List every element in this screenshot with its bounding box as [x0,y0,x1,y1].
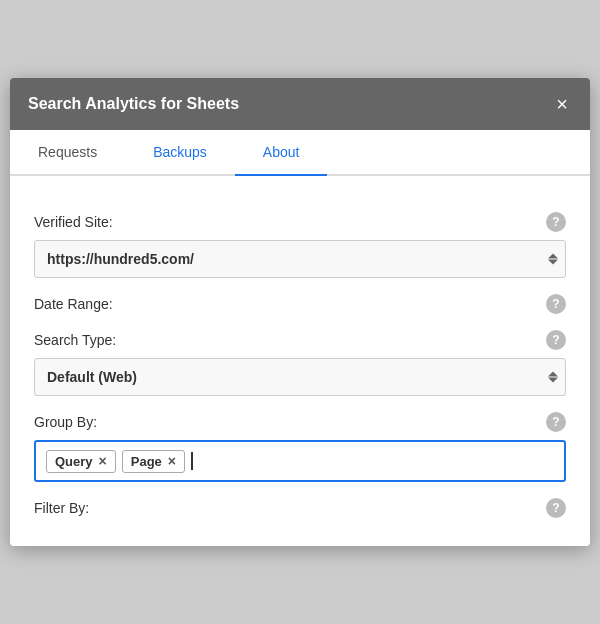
group-by-help-icon[interactable]: ? [546,412,566,432]
content-area: Verified Site: ? https://hundred5.com/ D… [10,176,590,546]
date-range-label: Date Range: [34,296,113,312]
dialog: Search Analytics for Sheets × Requests B… [10,78,590,546]
filter-by-label: Filter By: [34,500,89,516]
tag-query: Query × [46,450,116,473]
group-by-row: Group By: ? [34,412,566,432]
search-type-help-icon[interactable]: ? [546,330,566,350]
dialog-title: Search Analytics for Sheets [28,95,239,113]
tabs-container: Requests Backups About [10,130,590,176]
date-range-row: Date Range: ? [34,294,566,314]
tag-page-close[interactable]: × [168,454,176,468]
filter-by-row: Filter By: ? [34,498,566,526]
search-type-select-wrapper: Default (Web) [34,358,566,396]
tag-page: Page × [122,450,185,473]
verified-site-select-wrapper: https://hundred5.com/ [34,240,566,278]
search-type-select[interactable]: Default (Web) [34,358,566,396]
search-type-label: Search Type: [34,332,116,348]
group-by-label: Group By: [34,414,97,430]
tag-query-close[interactable]: × [99,454,107,468]
verified-site-select[interactable]: https://hundred5.com/ [34,240,566,278]
tag-page-label: Page [131,454,162,469]
close-button[interactable]: × [552,92,572,116]
verified-site-help-icon[interactable]: ? [546,212,566,232]
dialog-header: Search Analytics for Sheets × [10,78,590,130]
verified-site-row: Verified Site: ? [34,212,566,232]
group-by-tags-input[interactable]: Query × Page × [34,440,566,482]
tag-query-label: Query [55,454,93,469]
tab-requests[interactable]: Requests [10,130,125,176]
filter-by-help-icon[interactable]: ? [546,498,566,518]
tab-about[interactable]: About [235,130,328,176]
date-range-help-icon[interactable]: ? [546,294,566,314]
search-type-row: Search Type: ? [34,330,566,350]
text-cursor [191,452,193,470]
verified-site-label: Verified Site: [34,214,113,230]
tab-backups[interactable]: Backups [125,130,235,176]
